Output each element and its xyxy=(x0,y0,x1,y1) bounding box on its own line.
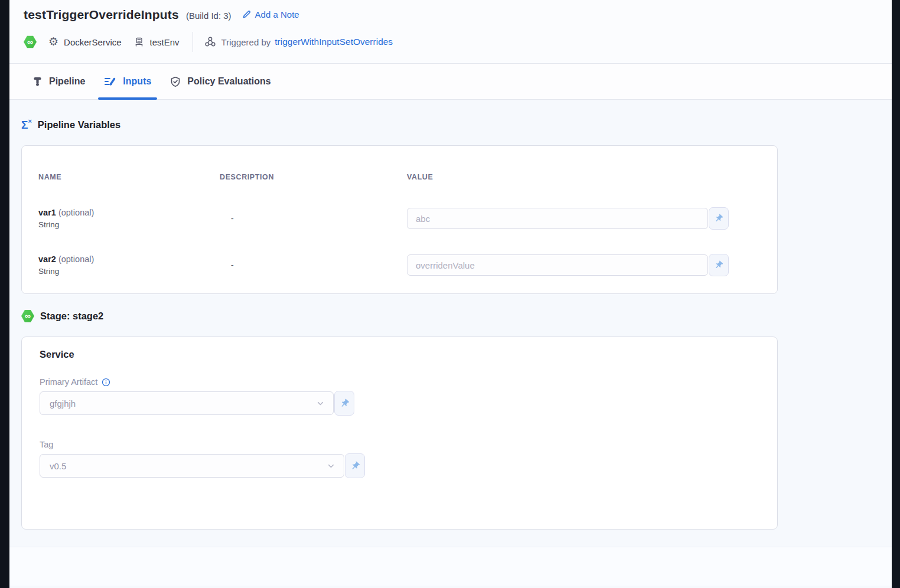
variable-row-var1: var1 (optional) String - xyxy=(38,207,761,230)
service-name: DockerService xyxy=(64,37,122,47)
page-title: testTriggerOverrideInputs xyxy=(24,8,179,22)
var1-pin-button[interactable] xyxy=(709,207,729,230)
trigger-link[interactable]: triggerWithInputSetOverrides xyxy=(275,37,393,47)
column-name: NAME xyxy=(38,173,220,181)
meta-divider xyxy=(193,32,193,52)
primary-artifact-select[interactable]: gfgjhjh xyxy=(40,391,334,415)
variable-name-cell: var1 (optional) String xyxy=(38,208,220,229)
bottom-band xyxy=(9,547,892,586)
primary-artifact-label: Primary Artifact xyxy=(40,377,97,387)
variable-name-cell: var2 (optional) String xyxy=(38,254,220,276)
pipeline-variables-title: Pipeline Variables xyxy=(38,119,120,130)
environment-name: testEnv xyxy=(150,37,180,47)
tab-pipeline-label: Pipeline xyxy=(49,77,85,86)
meta-row: ∞ ⚙ DockerService xyxy=(24,32,892,52)
add-note-button[interactable]: Add a Note xyxy=(242,9,299,19)
primary-artifact-label-row: Primary Artifact xyxy=(40,377,759,387)
variable-description: - xyxy=(220,260,407,270)
variable-row-var2: var2 (optional) String - xyxy=(38,254,761,276)
tab-inputs-label: Inputs xyxy=(123,77,151,86)
variable-name: var2 xyxy=(38,254,56,264)
chevron-down-icon xyxy=(316,399,325,408)
inputs-tab-content: Σ× Pipeline Variables NAME DESCRIPTION V… xyxy=(9,100,892,588)
variable-name: var1 xyxy=(38,208,56,217)
service-card: Service Primary Artifact gfgjhjh xyxy=(21,337,778,530)
variables-table-header: NAME DESCRIPTION VALUE xyxy=(38,146,761,181)
variable-value-cell xyxy=(407,207,761,230)
variable-optional-tag: (optional) xyxy=(58,254,94,264)
variable-type: String xyxy=(38,220,220,229)
stage-heading: ∞ Stage: stage2 xyxy=(21,309,892,322)
tab-policy-evaluations[interactable]: Policy Evaluations xyxy=(164,64,276,99)
pipeline-variables-card: NAME DESCRIPTION VALUE var1 (optional) S… xyxy=(21,145,778,294)
tag-pin-button[interactable] xyxy=(345,453,365,478)
variables-sigma-icon: Σ× xyxy=(21,119,32,130)
column-value: VALUE xyxy=(407,173,761,181)
tag-select[interactable]: v0.5 xyxy=(40,454,344,478)
service-section-title: Service xyxy=(40,349,759,360)
primary-artifact-field: gfgjhjh xyxy=(40,391,759,416)
inputs-edit-icon xyxy=(104,76,116,87)
add-note-label: Add a Note xyxy=(255,9,299,19)
pipeline-icon xyxy=(32,76,43,87)
environment-icon xyxy=(133,37,145,48)
left-sidebar-edge xyxy=(0,0,9,588)
right-sidebar-edge xyxy=(892,0,900,588)
tab-inputs[interactable]: Inputs xyxy=(98,64,157,99)
tag-value: v0.5 xyxy=(50,461,66,471)
build-id: (Build Id: 3) xyxy=(186,11,231,21)
variable-type: String xyxy=(38,267,220,276)
tag-label-row: Tag xyxy=(40,440,759,449)
webhook-trigger-icon xyxy=(204,36,216,48)
stage-title: Stage: stage2 xyxy=(40,311,103,322)
cd-stage-icon: ∞ xyxy=(24,35,37,48)
var1-value-input[interactable] xyxy=(407,208,708,229)
app-shell: testTriggerOverrideInputs (Build Id: 3) … xyxy=(0,0,900,588)
pin-icon xyxy=(714,214,723,223)
chevron-down-icon xyxy=(327,462,335,471)
execution-header: testTriggerOverrideInputs (Build Id: 3) … xyxy=(9,0,892,64)
shield-check-icon xyxy=(170,76,181,87)
info-icon[interactable] xyxy=(102,378,110,387)
pipeline-variables-heading: Σ× Pipeline Variables xyxy=(21,119,892,130)
title-row: testTriggerOverrideInputs (Build Id: 3) … xyxy=(24,8,892,22)
variable-value-cell xyxy=(407,254,761,276)
var2-pin-button[interactable] xyxy=(709,254,729,276)
column-description: DESCRIPTION xyxy=(220,173,407,181)
execution-tabbar: Pipeline Inputs xyxy=(9,64,892,100)
triggered-by-label: Triggered by xyxy=(221,37,271,47)
variable-optional-tag: (optional) xyxy=(58,208,94,217)
pin-icon xyxy=(340,398,350,409)
var2-value-input[interactable] xyxy=(407,254,708,276)
primary-artifact-pin-button[interactable] xyxy=(334,391,354,416)
pin-icon xyxy=(714,260,723,270)
stage-hexagon-icon: ∞ xyxy=(21,309,34,322)
tag-field: v0.5 xyxy=(40,453,759,478)
infinity-glyph: ∞ xyxy=(27,38,33,46)
primary-artifact-value: gfgjhjh xyxy=(50,398,76,409)
tab-pipeline[interactable]: Pipeline xyxy=(27,64,91,99)
execution-page: testTriggerOverrideInputs (Build Id: 3) … xyxy=(9,0,892,588)
variable-description: - xyxy=(220,214,407,223)
tab-policy-label: Policy Evaluations xyxy=(187,77,270,86)
tag-label: Tag xyxy=(40,440,53,449)
pin-icon xyxy=(350,461,360,471)
pencil-icon xyxy=(242,9,252,19)
